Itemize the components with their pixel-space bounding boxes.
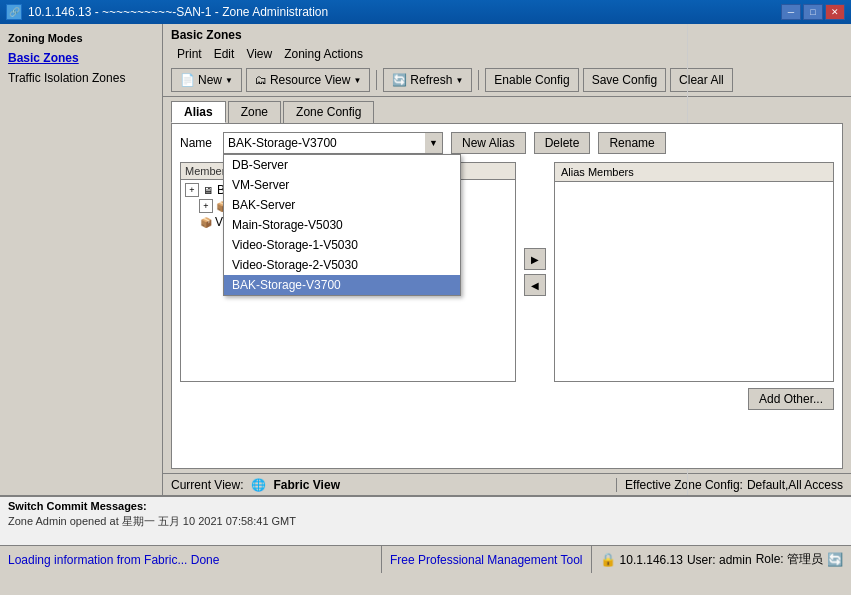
bottom-center-link[interactable]: Free Professional Management Tool xyxy=(381,546,592,573)
toolbar-sep-1 xyxy=(376,70,377,90)
save-config-button[interactable]: Save Config xyxy=(583,68,666,92)
messages-text: Zone Admin opened at 星期一 五月 10 2021 07:5… xyxy=(8,514,843,529)
dropdown-item-2[interactable]: BAK-Server xyxy=(224,195,460,215)
rename-button[interactable]: Rename xyxy=(598,132,665,154)
new-dropdown-arrow: ▼ xyxy=(225,76,233,85)
sidebar-item-traffic-isolation[interactable]: Traffic Isolation Zones xyxy=(0,68,162,88)
name-dropdown-popup: DB-Server VM-Server BAK-Server Main-Stor… xyxy=(223,154,461,296)
storage-icon-video1: 📦 xyxy=(199,215,213,229)
close-button[interactable]: ✕ xyxy=(825,4,845,20)
current-view-label: Current View: xyxy=(171,478,243,492)
sidebar: Zoning Modes Basic Zones Traffic Isolati… xyxy=(0,24,163,495)
status-separator xyxy=(616,478,617,492)
menu-view[interactable]: View xyxy=(240,45,278,63)
window-title: 10.1.146.13 - ~~~~~~~~~~-SAN-1 - Zone Ad… xyxy=(28,5,328,19)
add-other-button[interactable]: Add Other... xyxy=(748,388,834,410)
refresh-arrow: ▼ xyxy=(455,76,463,85)
content-area: Basic Zones Print Edit View Zoning Actio… xyxy=(163,24,851,495)
dropdown-item-3[interactable]: Main-Storage-V5030 xyxy=(224,215,460,235)
alias-members-label: Alias Members xyxy=(555,163,833,182)
title-bar: 🔗 10.1.146.13 - ~~~~~~~~~~-SAN-1 - Zone … xyxy=(0,0,851,24)
section-header: Basic Zones xyxy=(163,24,851,44)
refresh-button[interactable]: 🔄 Refresh ▼ xyxy=(383,68,472,92)
alias-members-panel: Alias Members xyxy=(554,162,834,382)
lock-icon: 🔒 xyxy=(600,552,616,567)
tree-expand-main-storage[interactable]: + xyxy=(199,199,213,213)
dropdown-item-1[interactable]: VM-Server xyxy=(224,175,460,195)
current-view-value: Fabric View xyxy=(273,478,339,492)
window-controls: ─ □ ✕ xyxy=(781,4,845,20)
bottom-refresh-icon[interactable]: 🔄 xyxy=(827,552,843,567)
resource-view-button[interactable]: 🗂 Resource View ▼ xyxy=(246,68,370,92)
new-alias-button[interactable]: New Alias xyxy=(451,132,526,154)
new-button[interactable]: 📄 New ▼ xyxy=(171,68,242,92)
alias-members-content xyxy=(555,182,833,381)
main-container: Zoning Modes Basic Zones Traffic Isolati… xyxy=(0,24,851,495)
dropdown-item-5[interactable]: Video-Storage-2-V5030 xyxy=(224,255,460,275)
app-icon: 🔗 xyxy=(6,4,22,20)
refresh-icon: 🔄 xyxy=(392,73,407,87)
delete-button[interactable]: Delete xyxy=(534,132,591,154)
dropdown-item-4[interactable]: Video-Storage-1-V5030 xyxy=(224,235,460,255)
alias-panel: Name BAK-Storage-V3700 ▼ DB-Server VM-Se… xyxy=(171,123,843,469)
effective-value: Default,All Access xyxy=(747,478,843,492)
status-left: Current View: 🌐 Fabric View xyxy=(171,478,608,492)
messages-area: Switch Commit Messages: Zone Admin opene… xyxy=(0,495,851,545)
new-icon: 📄 xyxy=(180,73,195,87)
menu-bar: Print Edit View Zoning Actions xyxy=(163,44,851,64)
menu-print[interactable]: Print xyxy=(171,45,208,63)
menu-zoning-actions[interactable]: Zoning Actions xyxy=(278,45,369,63)
sidebar-section-label: Zoning Modes xyxy=(0,28,162,48)
dropdown-item-6[interactable]: BAK-Storage-V3700 xyxy=(224,275,460,295)
sidebar-item-basic-zones[interactable]: Basic Zones xyxy=(0,48,162,68)
dropdown-item-0[interactable]: DB-Server xyxy=(224,155,460,175)
tree-expand-bak-server[interactable]: + xyxy=(185,183,199,197)
menu-edit[interactable]: Edit xyxy=(208,45,241,63)
bottom-status-bar: Loading information from Fabric... Done … xyxy=(0,545,851,573)
tabs-area: Alias Zone Zone Config xyxy=(163,97,851,123)
name-row: Name BAK-Storage-V3700 ▼ DB-Server VM-Se… xyxy=(180,132,834,154)
toolbar-sep-2 xyxy=(478,70,479,90)
name-select-container: BAK-Storage-V3700 ▼ DB-Server VM-Server … xyxy=(223,132,443,154)
maximize-button[interactable]: □ xyxy=(803,4,823,20)
move-left-button[interactable]: ◀ xyxy=(524,274,546,296)
move-right-button[interactable]: ▶ xyxy=(524,248,546,270)
bottom-loading-text: Loading information from Fabric... Done xyxy=(0,553,381,567)
status-bar: Current View: 🌐 Fabric View Effective Zo… xyxy=(163,473,851,495)
bottom-ip: 10.1.146.13 xyxy=(620,553,683,567)
name-dropdown[interactable]: BAK-Storage-V3700 xyxy=(223,132,443,154)
messages-title: Switch Commit Messages: xyxy=(8,500,843,512)
toolbar: 📄 New ▼ 🗂 Resource View ▼ 🔄 Refresh ▼ En… xyxy=(163,64,851,97)
tab-zone-config[interactable]: Zone Config xyxy=(283,101,374,123)
server-icon: 🖥 xyxy=(201,183,215,197)
arrow-buttons: ▶ ◀ xyxy=(524,162,546,382)
clear-all-button[interactable]: Clear All xyxy=(670,68,733,92)
name-dropdown-arrow-btn[interactable]: ▼ xyxy=(425,132,443,154)
fabric-icon: 🌐 xyxy=(251,478,265,492)
add-other-row: Add Other... xyxy=(180,388,834,410)
name-label: Name xyxy=(180,136,215,150)
resource-view-arrow: ▼ xyxy=(353,76,361,85)
tab-alias[interactable]: Alias xyxy=(171,101,226,123)
tab-zone[interactable]: Zone xyxy=(228,101,281,123)
bottom-user: User: admin xyxy=(687,553,752,567)
bottom-role: Role: 管理员 xyxy=(756,551,823,568)
enable-config-button[interactable]: Enable Config xyxy=(485,68,578,92)
bottom-right: 🔒 10.1.146.13 User: admin Role: 管理员 🔄 xyxy=(592,551,851,568)
minimize-button[interactable]: ─ xyxy=(781,4,801,20)
resource-view-icon: 🗂 xyxy=(255,73,267,87)
status-right: Effective Zone Config: Default,All Acces… xyxy=(625,478,843,492)
